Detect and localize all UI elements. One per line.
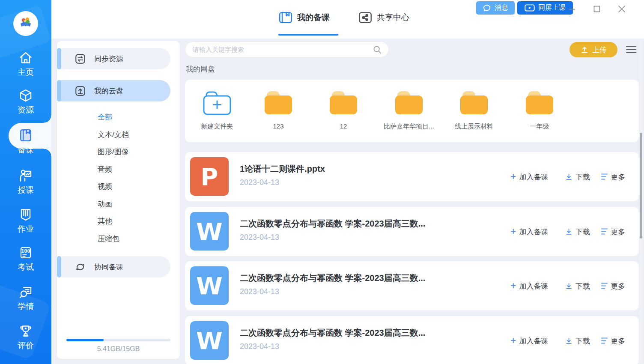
sidebar-item-label: 主页 bbox=[18, 67, 34, 78]
add-to-prep-button[interactable]: + 加入备课 bbox=[510, 227, 548, 236]
accent-bar bbox=[57, 256, 61, 277]
category-video[interactable]: 视频 bbox=[57, 178, 180, 196]
plus-icon: + bbox=[510, 226, 516, 236]
app-logo-icon bbox=[17, 15, 34, 32]
add-to-prep-button[interactable]: + 加入备课 bbox=[510, 336, 548, 346]
sidebar-item-exam[interactable]: 100 考试 bbox=[0, 245, 51, 273]
more-button[interactable]: 更多 bbox=[601, 281, 625, 291]
more-icon bbox=[601, 283, 608, 289]
new-folder-button[interactable]: 新建文件夹 bbox=[187, 90, 247, 131]
sidebar-item-home[interactable]: 主页 bbox=[0, 50, 51, 78]
collab-prep-item[interactable]: 协同备课 bbox=[57, 256, 170, 277]
file-row[interactable]: W 二次函数零点分布与幂函数 学案-2023届高三数... 2023-04-13… bbox=[185, 261, 639, 310]
scrollbar-thumb[interactable] bbox=[640, 133, 642, 239]
close-button[interactable] bbox=[616, 3, 627, 15]
folder-name: 新建文件夹 bbox=[201, 122, 233, 131]
storage-text: 5.41GB/15GB bbox=[57, 345, 180, 353]
upload-label: 上传 bbox=[592, 45, 607, 55]
category-text-doc[interactable]: 文本/文档 bbox=[57, 126, 180, 144]
folder-item[interactable]: 一年级 bbox=[510, 90, 569, 131]
add-to-prep-label: 加入备课 bbox=[519, 336, 548, 346]
sync-icon bbox=[75, 54, 86, 64]
screen-share-button[interactable]: 同屏上课 bbox=[517, 1, 573, 15]
category-audio[interactable]: 音频 bbox=[57, 161, 180, 179]
category-archive[interactable]: 压缩包 bbox=[57, 230, 180, 248]
file-name: 二次函数零点分布与幂函数 学案-2023届高三数... bbox=[240, 327, 425, 339]
add-to-prep-label: 加入备课 bbox=[519, 281, 548, 291]
file-row[interactable]: P 1论语十二则课件.pptx 2023-04-13 + 加入备课 下载 更多 bbox=[185, 152, 639, 201]
category-image[interactable]: 图形/图像 bbox=[57, 143, 180, 161]
maximize-icon bbox=[593, 5, 601, 13]
download-button[interactable]: 下载 bbox=[565, 336, 590, 346]
more-label: 更多 bbox=[611, 172, 625, 182]
word-file-icon: W bbox=[190, 266, 229, 305]
folder-item[interactable]: 12 bbox=[313, 90, 373, 130]
download-button[interactable]: 下载 bbox=[565, 281, 590, 291]
tab-share-center[interactable]: 共享中心 bbox=[359, 12, 409, 23]
folder-item[interactable]: 123 bbox=[248, 90, 308, 130]
download-label: 下载 bbox=[575, 227, 590, 236]
sidebar-item-learning[interactable]: 学情 bbox=[0, 284, 51, 312]
message-button[interactable]: 消息 bbox=[476, 1, 515, 15]
sidebar-item-resources[interactable]: 资源 bbox=[0, 87, 51, 116]
folder-name: 12 bbox=[340, 122, 347, 130]
more-button[interactable]: 更多 bbox=[601, 172, 625, 182]
sidebar-item-lesson-prep[interactable]: 备课 bbox=[0, 127, 51, 155]
file-name: 1论语十二则课件.pptx bbox=[240, 163, 325, 175]
category-all[interactable]: 全部 bbox=[57, 109, 180, 126]
more-icon bbox=[601, 337, 608, 344]
avatar[interactable] bbox=[13, 11, 38, 36]
accent-bar bbox=[57, 80, 61, 101]
maximize-button[interactable] bbox=[591, 3, 602, 15]
list-view-toggle-icon[interactable] bbox=[626, 45, 636, 54]
search-input[interactable] bbox=[185, 46, 373, 53]
home-icon bbox=[18, 50, 33, 66]
my-cloud-item[interactable]: 我的云盘 bbox=[57, 80, 170, 101]
file-date: 2023-04-13 bbox=[240, 233, 279, 242]
collab-prep-label: 协同备课 bbox=[94, 262, 123, 272]
titlebar: 我的备课 共享中心 消息 同屏上课 bbox=[51, 0, 644, 39]
plus-icon: + bbox=[510, 171, 516, 181]
more-label: 更多 bbox=[611, 336, 625, 346]
category-animation[interactable]: 动画 bbox=[57, 196, 180, 213]
search-icon[interactable] bbox=[373, 45, 382, 54]
sidebar-item-evaluation[interactable]: 评价 bbox=[0, 323, 51, 351]
add-to-prep-button[interactable]: + 加入备课 bbox=[510, 172, 548, 182]
analysis-icon bbox=[18, 284, 33, 300]
sync-resources-item[interactable]: 同步资源 bbox=[57, 48, 170, 69]
message-button-label: 消息 bbox=[495, 3, 508, 12]
download-button[interactable]: 下载 bbox=[565, 172, 590, 182]
more-button[interactable]: 更多 bbox=[601, 227, 625, 236]
share-icon bbox=[359, 12, 372, 23]
add-to-prep-label: 加入备课 bbox=[519, 172, 548, 182]
sidebar-item-teaching[interactable]: 授课 bbox=[0, 167, 51, 196]
upload-button[interactable]: 上传 bbox=[569, 42, 617, 57]
download-icon bbox=[565, 173, 572, 180]
file-row[interactable]: W 二次函数零点分布与幂函数 学案-2023届高三数... 2023-04-13… bbox=[185, 207, 639, 256]
minimize-icon bbox=[568, 5, 576, 13]
svg-text:100: 100 bbox=[21, 249, 30, 254]
upload-icon bbox=[580, 45, 589, 54]
minimize-button[interactable] bbox=[566, 3, 578, 15]
tab-my-prep[interactable]: 我的备课 bbox=[279, 12, 330, 23]
folder-item[interactable]: 比萨嘉年华项目... bbox=[379, 90, 439, 131]
folders-card: 新建文件夹 123 12 比萨嘉年华项目... 线上展示材料 bbox=[185, 80, 639, 142]
plus-icon: + bbox=[510, 335, 516, 345]
download-button[interactable]: 下载 bbox=[565, 227, 590, 236]
file-date: 2023-04-13 bbox=[240, 342, 279, 351]
folder-icon bbox=[394, 90, 423, 116]
more-icon bbox=[601, 173, 608, 180]
file-name: 二次函数零点分布与幂函数 学案-2023届高三数... bbox=[240, 218, 425, 230]
file-row[interactable]: W 二次函数零点分布与幂函数 学案-2023届高三数... 2023-04-13… bbox=[185, 316, 639, 364]
category-other[interactable]: 其他 bbox=[57, 213, 180, 230]
accent-bar bbox=[57, 48, 61, 69]
trophy-icon bbox=[18, 323, 33, 339]
sidebar-item-homework[interactable]: 作业 bbox=[0, 206, 51, 235]
sidebar-item-label: 学情 bbox=[18, 301, 34, 312]
presenter-icon bbox=[18, 167, 33, 184]
main-sidebar: 主页 资源 备课 授课 作业 bbox=[0, 0, 51, 364]
sidebar-item-label: 授课 bbox=[18, 185, 34, 196]
folder-item[interactable]: 线上展示材料 bbox=[444, 90, 504, 131]
more-button[interactable]: 更多 bbox=[601, 336, 625, 346]
add-to-prep-button[interactable]: + 加入备课 bbox=[510, 281, 548, 291]
